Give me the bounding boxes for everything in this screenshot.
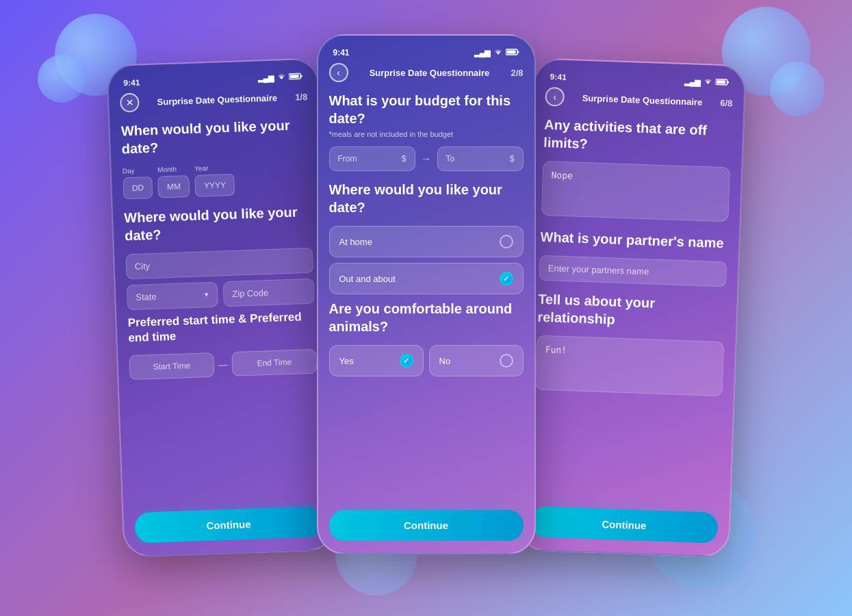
continue-button-right[interactable]: Continue xyxy=(530,506,718,544)
state-zip-row: State ▾ Zip Code xyxy=(126,279,314,311)
activities-textarea[interactable] xyxy=(541,161,730,222)
date-row: Day DD Month MM Year YYYY xyxy=(122,161,310,200)
out-about-radio[interactable] xyxy=(500,272,513,285)
continue-button-center[interactable]: Continue xyxy=(329,510,524,541)
currency-to: $ xyxy=(510,154,515,164)
at-home-radio[interactable] xyxy=(500,235,513,248)
budget-from[interactable]: From $ xyxy=(329,146,415,171)
nav-step-left: 1/8 xyxy=(294,91,307,102)
nav-bar-center: ‹ Surprise Date Questionnaire 2/8 xyxy=(329,63,524,82)
option-out-about[interactable]: Out and about xyxy=(329,263,524,294)
phone-content-right: Any activities that are off limits? What… xyxy=(530,116,732,543)
decorative-bubble-tl2 xyxy=(38,55,86,103)
status-time-center: 9:41 xyxy=(333,48,350,57)
status-icons-left: ▂▄▆ xyxy=(257,73,302,83)
budget-arrow: → xyxy=(421,153,432,165)
status-time-left: 9:41 xyxy=(123,77,140,88)
svg-rect-5 xyxy=(506,51,515,54)
wifi-icon-c xyxy=(493,49,503,57)
yes-label: Yes xyxy=(339,356,354,366)
month-group: Month MM xyxy=(157,165,190,198)
nav-title-center: Surprise Date Questionnaire xyxy=(370,68,490,78)
scrollable-right: Any activities that are off limits? What… xyxy=(530,116,732,513)
close-icon: ✕ xyxy=(125,97,134,108)
yn-row: Yes No xyxy=(329,345,524,376)
relationship-textarea[interactable] xyxy=(534,335,724,397)
nav-step-right: 6/8 xyxy=(720,97,733,108)
nav-step-center: 2/8 xyxy=(511,68,523,78)
decorative-bubble-tr2 xyxy=(770,62,825,116)
svg-rect-2 xyxy=(289,75,298,78)
battery-icon-r xyxy=(715,79,729,88)
q1-title-center: What is your budget for this date? xyxy=(329,92,524,127)
yes-radio[interactable] xyxy=(400,354,413,368)
time-separator: — xyxy=(218,359,228,370)
q1-subtitle-center: *meals are not included in the budget xyxy=(329,130,524,138)
q2-title-center: Where would you like your date? xyxy=(329,181,524,216)
status-icons-right: ▂▄▆ xyxy=(684,77,729,87)
q3-title-right: Tell us about your relationship xyxy=(537,290,726,333)
continue-button-left[interactable]: Continue xyxy=(134,506,322,544)
back-icon: ‹ xyxy=(337,67,340,78)
status-bar-center: 9:41 ▂▄▆ xyxy=(329,48,524,63)
signal-icon-c: ▂▄▆ xyxy=(474,49,491,57)
day-input[interactable]: DD xyxy=(122,177,153,199)
signal-icon-r: ▂▄▆ xyxy=(684,77,700,86)
budget-row: From $ → To $ xyxy=(329,146,524,171)
back-button-center[interactable]: ‹ xyxy=(329,63,348,82)
start-time-input[interactable]: Start Time xyxy=(129,352,214,380)
battery-icon xyxy=(289,73,302,81)
state-select[interactable]: State ▾ xyxy=(126,282,218,311)
wifi-icon xyxy=(276,73,286,81)
signal-icon: ▂▄▆ xyxy=(257,73,274,83)
phone-right: 9:41 ▂▄▆ xyxy=(517,57,746,557)
day-group: Day DD xyxy=(122,166,153,199)
battery-icon-c xyxy=(506,49,519,57)
partner-name-input[interactable]: Enter your partners name xyxy=(539,255,727,287)
q2-title-left: Where would you like your date? xyxy=(123,203,312,245)
end-time-input[interactable]: End Time xyxy=(231,349,317,376)
month-label: Month xyxy=(157,165,189,174)
no-button[interactable]: No xyxy=(429,345,524,376)
month-input[interactable]: MM xyxy=(157,175,190,198)
no-radio[interactable] xyxy=(500,354,513,368)
q1-title-left: When would you like your date? xyxy=(120,116,309,158)
svg-rect-8 xyxy=(717,80,725,84)
yes-button[interactable]: Yes xyxy=(329,345,424,376)
nav-title-right: Surprise Date Questionnaire xyxy=(582,92,702,107)
phones-wrapper: 9:41 ▂▄▆ xyxy=(105,48,748,568)
year-label: Year xyxy=(194,164,234,172)
dropdown-arrow: ▾ xyxy=(205,290,209,299)
state-label: State xyxy=(135,292,157,303)
svg-rect-4 xyxy=(517,51,519,53)
phone-content-center: What is your budget for this date? *meal… xyxy=(329,92,524,541)
from-label: From xyxy=(338,154,357,164)
phone-left: 9:41 ▂▄▆ xyxy=(106,57,335,557)
zip-input[interactable]: Zip Code xyxy=(222,279,314,307)
phone-center: 9:41 ▂▄▆ xyxy=(317,34,536,554)
year-input[interactable]: YYYY xyxy=(194,174,235,197)
close-button-left[interactable]: ✕ xyxy=(119,92,139,112)
status-time-right: 9:41 xyxy=(550,72,567,82)
out-about-label: Out and about xyxy=(339,274,396,284)
status-icons-center: ▂▄▆ xyxy=(474,49,519,57)
back-button-right[interactable]: ‹ xyxy=(545,87,565,107)
phone-content-left: When would you like your date? Day DD Mo… xyxy=(120,116,322,543)
no-label: No xyxy=(439,356,451,366)
nav-title-left: Surprise Date Questionnaire xyxy=(157,92,277,107)
q3-title-left: Preferred start time & Preferred end tim… xyxy=(127,309,315,346)
currency-from: $ xyxy=(402,154,406,164)
day-label: Day xyxy=(122,166,152,175)
scrollable-left: When would you like your date? Day DD Mo… xyxy=(120,116,322,513)
q1-title-right: Any activities that are off limits? xyxy=(543,116,732,158)
option-at-home[interactable]: At home xyxy=(329,226,524,257)
time-row: Start Time — End Time xyxy=(129,349,317,381)
city-input[interactable]: City xyxy=(125,248,313,280)
back-icon-r: ‹ xyxy=(553,91,556,102)
q3-title-center: Are you comfortable around animals? xyxy=(329,300,524,335)
scrollable-center: What is your budget for this date? *meal… xyxy=(329,92,524,510)
year-group: Year YYYY xyxy=(194,164,235,197)
q2-title-right: What is your partner's name xyxy=(540,228,728,253)
at-home-label: At home xyxy=(339,237,372,247)
budget-to[interactable]: To $ xyxy=(437,146,524,171)
